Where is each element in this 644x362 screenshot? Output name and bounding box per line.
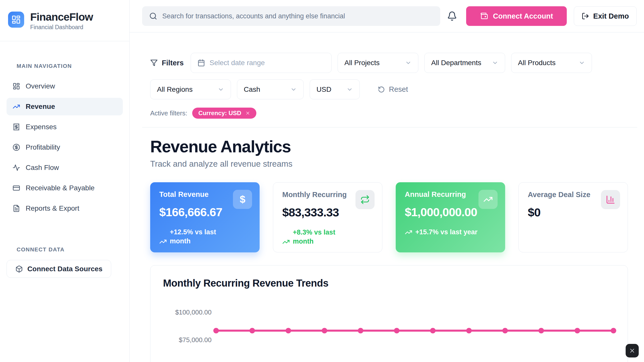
mrr-trends-panel: Monthly Recurring Revenue Trends $100,00… (150, 265, 628, 362)
departments-select-value: All Departments (431, 59, 481, 67)
sidebar: FinanceFlow Financial Dashboard MAIN NAV… (0, 0, 130, 362)
currency-select[interactable]: USD (310, 79, 360, 99)
metric-card-total-revenue: Total Revenue $ $166,666.67 +12.5% vs la… (150, 182, 260, 252)
products-select[interactable]: All Products (511, 53, 592, 73)
sidebar-item-receivable-payable[interactable]: Receivable & Payable (7, 179, 123, 197)
data-point-marker[interactable] (394, 328, 399, 333)
connect-data-sources-button[interactable]: Connect Data Sources (7, 260, 111, 278)
bell-icon (447, 11, 457, 21)
close-overlay-button[interactable] (626, 344, 639, 357)
connect-section-label: CONNECT DATA (0, 246, 129, 253)
file-text-icon (13, 205, 20, 212)
metric-change: +8.3% vs last month (282, 228, 373, 246)
data-point-marker[interactable] (250, 328, 255, 333)
trending-up-icon (159, 238, 167, 245)
close-x-icon (629, 347, 635, 354)
reset-filters-button[interactable]: Reset (378, 85, 408, 94)
data-point-marker[interactable] (611, 328, 616, 333)
active-filters-row: Active filters: Currency: USD (150, 108, 628, 119)
chevron-down-icon (405, 60, 412, 66)
trending-up-icon (13, 103, 20, 110)
sidebar-item-label: Expenses (26, 123, 57, 131)
connect-account-button[interactable]: Connect Account (466, 6, 567, 26)
mrr-line-chart: $100,000.00$75,000.00$50,000.00 (163, 292, 628, 362)
payment-method-select[interactable]: Cash (237, 79, 304, 99)
sidebar-item-label: Profitability (26, 143, 60, 151)
date-range-picker[interactable] (191, 53, 332, 73)
main-content: Filters All Projects All Departments All… (130, 32, 644, 362)
chevron-down-icon (579, 60, 585, 66)
search-icon (149, 12, 157, 20)
wallet-icon (480, 12, 488, 20)
chart-title: Monthly Recurring Revenue Trends (163, 278, 628, 289)
search-input[interactable] (162, 12, 433, 20)
y-axis-tick-label: $75,000.00 (163, 336, 212, 344)
data-point-marker[interactable] (575, 328, 580, 333)
section-divider (142, 127, 637, 127)
data-point-marker[interactable] (502, 328, 508, 333)
sidebar-item-expenses[interactable]: Expenses (7, 118, 123, 136)
sidebar-item-overview[interactable]: Overview (7, 77, 123, 95)
credit-card-icon (13, 184, 20, 192)
topbar: Connect Account Exit Demo (130, 0, 644, 32)
data-point-marker[interactable] (358, 328, 363, 333)
bar-chart-icon (601, 190, 620, 209)
filters-label: Filters (162, 59, 184, 67)
circle-dollar-icon (13, 144, 20, 151)
sidebar-item-label: Revenue (26, 103, 55, 111)
mrr-line-svg (163, 292, 628, 362)
filters-row-1: Filters All Projects All Departments All… (150, 53, 628, 73)
log-out-icon (582, 12, 589, 20)
metric-card-average-deal-size: Average Deal Size $0 (518, 182, 628, 252)
data-point-marker[interactable] (538, 328, 544, 333)
sidebar-item-label: Reports & Export (26, 204, 79, 212)
regions-select-value: All Regions (157, 85, 193, 94)
chevron-down-icon (290, 86, 297, 93)
metric-change: +12.5% vs last month (159, 228, 251, 246)
active-filter-chip-label: Currency: USD (198, 110, 241, 117)
data-point-marker[interactable] (322, 328, 327, 333)
active-filters-label: Active filters: (150, 109, 187, 117)
trending-up-icon (282, 238, 290, 246)
metric-card-monthly-recurring: Monthly Recurring $83,333.33 +8.3% vs la… (273, 182, 382, 252)
page-subtitle: Track and analyze all revenue streams (150, 159, 628, 169)
sidebar-item-label: Overview (26, 82, 55, 90)
remove-filter-x-icon[interactable] (245, 111, 250, 116)
trending-up-icon (478, 190, 498, 209)
page-title: Revenue Analytics (150, 137, 628, 156)
rotate-ccw-icon (378, 86, 385, 93)
nav-section-label: MAIN NAVIGATION (0, 63, 129, 69)
brand: FinanceFlow Financial Dashboard (0, 0, 129, 41)
notifications-button[interactable] (447, 11, 457, 21)
global-search[interactable] (142, 6, 440, 26)
chevron-down-icon (218, 86, 224, 93)
currency-select-value: USD (316, 85, 331, 94)
regions-select[interactable]: All Regions (150, 79, 231, 99)
exit-demo-label: Exit Demo (593, 12, 629, 20)
data-point-marker[interactable] (286, 328, 291, 333)
data-point-marker[interactable] (466, 328, 472, 333)
data-point-marker[interactable] (213, 328, 219, 333)
data-point-marker[interactable] (430, 328, 436, 333)
projects-select[interactable]: All Projects (338, 53, 418, 73)
exit-demo-button[interactable]: Exit Demo (574, 6, 637, 26)
active-filter-chip-currency[interactable]: Currency: USD (192, 108, 256, 119)
metric-cards: Total Revenue $ $166,666.67 +12.5% vs la… (150, 182, 628, 252)
connect-data-sources-label: Connect Data Sources (27, 265, 103, 273)
repeat-icon (355, 190, 375, 209)
layout-dashboard-icon (13, 82, 20, 90)
projects-select-value: All Projects (344, 59, 380, 67)
sidebar-item-profitability[interactable]: Profitability (7, 139, 123, 156)
chevron-down-icon (346, 86, 353, 93)
sidebar-item-revenue[interactable]: Revenue (7, 98, 123, 115)
payment-method-select-value: Cash (244, 85, 260, 94)
date-range-input[interactable] (210, 59, 325, 67)
sidebar-item-reports-export[interactable]: Reports & Export (7, 200, 123, 217)
departments-select[interactable]: All Departments (424, 53, 505, 73)
metric-change: +15.7% vs last year (405, 228, 496, 237)
receipt-icon (13, 123, 20, 131)
reset-label: Reset (389, 85, 408, 94)
sidebar-item-cash-flow[interactable]: Cash Flow (7, 159, 123, 176)
package-icon (15, 265, 23, 273)
dollar-icon: $ (233, 190, 252, 209)
